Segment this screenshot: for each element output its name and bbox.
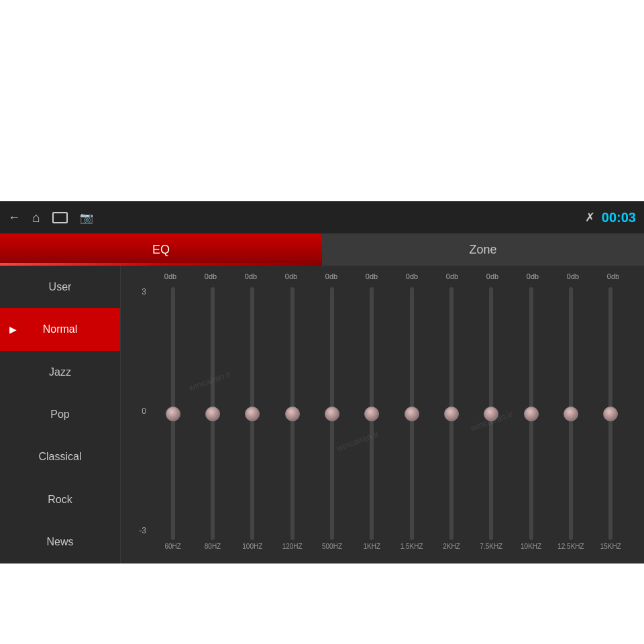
slider-handle-100HZ[interactable] [245,407,260,421]
slider-track-container-12.5KHZ[interactable] [551,287,590,540]
sidebar-item-rock[interactable]: Rock [0,478,120,521]
slider-col-2KHZ: 2KHZ [431,287,471,550]
db-label: 0db [513,272,553,284]
db-label: 0db [231,272,271,284]
slider-track-12.5KHZ [569,287,573,540]
slider-track-container-120HZ[interactable] [272,287,312,540]
slider-track-15KHZ [608,287,612,540]
slider-handle-15KHZ[interactable] [603,407,618,421]
slider-freq-label-100HZ: 100HZ [242,543,262,550]
slider-freq-label-7.5KHZ: 7.5KHZ [480,543,502,550]
slider-handle-1KHZ[interactable] [364,407,379,421]
slider-handle-120HZ[interactable] [285,407,300,421]
sidebar-item-pop[interactable]: Pop [0,393,120,435]
db-label: 0db [191,272,231,284]
db-label: 0db [553,272,593,284]
image-icon[interactable]: 📷 [80,211,93,224]
slider-handle-1.5KHZ[interactable] [405,407,419,421]
slider-track-1.5KHZ [410,287,414,540]
slider-track-container-60HZ[interactable] [153,287,193,540]
db-label: 0db [392,272,432,284]
slider-track-container-1.5KHZ[interactable] [392,287,431,540]
slider-col-100HZ: 100HZ [233,287,272,550]
slider-col-60HZ: 60HZ [153,287,193,550]
eq-area: 0db0db0db0db0db0db0db0db0db0db0db0db 3 0… [121,266,644,564]
device-frame: ← ⌂ 📷 ✗ 00:03 EQ Zone User ▶ Normal [0,201,644,564]
slider-track-container-100HZ[interactable] [233,287,272,540]
slider-track-2KHZ [449,287,453,540]
time-display: 00:03 [602,210,636,225]
slider-track-container-2KHZ[interactable] [431,287,471,540]
slider-handle-2KHZ[interactable] [444,407,459,421]
db-label: 0db [271,272,311,284]
back-icon[interactable]: ← [8,211,20,225]
nav-controls: ← ⌂ 📷 [8,210,93,225]
slider-track-container-7.5KHZ[interactable] [472,287,511,540]
eq-grid: 3 0 -3 60HZ80HZ100HZ120HZ500HZ1KHZ1.5KHZ… [131,287,633,550]
slider-handle-80HZ[interactable] [205,407,220,421]
slider-col-12.5KHZ: 12.5KHZ [551,287,590,550]
db-label: 0db [472,272,513,284]
main-content: User ▶ Normal Jazz Pop Classical Rock Ne… [0,266,644,564]
slider-handle-7.5KHZ[interactable] [484,407,498,421]
slider-freq-label-12.5KHZ: 12.5KHZ [557,543,584,550]
slider-track-80HZ [211,287,215,540]
sidebar-item-jazz[interactable]: Jazz [0,351,120,393]
slider-col-10KHZ: 10KHZ [511,287,551,550]
slider-track-500HZ [330,287,334,540]
slider-track-container-15KHZ[interactable] [591,287,631,540]
slider-col-15KHZ: 15KHZ [591,287,631,550]
bluetooth-icon: ✗ [585,210,595,225]
top-bar: ← ⌂ 📷 ✗ 00:03 [0,201,644,233]
eq-sliders: 60HZ80HZ100HZ120HZ500HZ1KHZ1.5KHZ2KHZ7.5… [150,287,633,550]
slider-track-60HZ [171,287,175,540]
slider-handle-60HZ[interactable] [166,407,180,421]
slider-track-120HZ [290,287,294,540]
tab-bar: EQ Zone [0,233,644,266]
home-icon[interactable]: ⌂ [32,210,40,225]
window-icon[interactable] [52,212,68,223]
sidebar: User ▶ Normal Jazz Pop Classical Rock Ne… [0,266,121,564]
slider-track-container-1KHZ[interactable] [352,287,392,540]
slider-track-1KHZ [370,287,374,540]
slider-freq-label-1.5KHZ: 1.5KHZ [400,543,423,550]
slider-col-1KHZ: 1KHZ [352,287,392,550]
slider-freq-label-10KHZ: 10KHZ [521,543,541,550]
slider-col-120HZ: 120HZ [272,287,312,550]
eq-scale: 3 0 -3 [131,287,150,550]
slider-handle-500HZ[interactable] [325,407,339,421]
db-label: 0db [593,272,633,284]
slider-track-10KHZ [529,287,533,540]
status-area: ✗ 00:03 [585,210,636,225]
sidebar-item-normal[interactable]: ▶ Normal [0,308,120,350]
slider-track-container-10KHZ[interactable] [511,287,551,540]
db-label: 0db [432,272,472,284]
tab-zone[interactable]: Zone [322,233,644,266]
slider-freq-label-2KHZ: 2KHZ [443,543,460,550]
slider-col-1.5KHZ: 1.5KHZ [392,287,431,550]
sidebar-item-news[interactable]: News [0,521,120,564]
db-label: 0db [311,272,352,284]
slider-track-container-80HZ[interactable] [193,287,232,540]
slider-freq-label-60HZ: 60HZ [164,543,180,550]
db-label: 0db [352,272,392,284]
slider-freq-label-1KHZ: 1KHZ [364,543,381,550]
tab-eq[interactable]: EQ [0,233,322,266]
play-arrow-icon: ▶ [9,324,17,335]
slider-freq-label-500HZ: 500HZ [322,543,342,550]
sidebar-item-user[interactable]: User [0,266,120,308]
slider-col-7.5KHZ: 7.5KHZ [472,287,511,550]
slider-col-80HZ: 80HZ [193,287,232,550]
db-label: 0db [150,272,191,284]
slider-freq-label-120HZ: 120HZ [282,543,303,550]
sidebar-item-classical[interactable]: Classical [0,436,120,478]
slider-track-container-500HZ[interactable] [312,287,352,540]
eq-db-labels-row: 0db0db0db0db0db0db0db0db0db0db0db0db [131,272,633,287]
slider-col-500HZ: 500HZ [312,287,352,550]
slider-freq-label-15KHZ: 15KHZ [600,543,621,550]
slider-handle-12.5KHZ[interactable] [564,407,578,421]
slider-track-100HZ [250,287,254,540]
slider-freq-label-80HZ: 80HZ [205,543,221,550]
slider-track-7.5KHZ [489,287,493,540]
slider-handle-10KHZ[interactable] [524,407,539,421]
